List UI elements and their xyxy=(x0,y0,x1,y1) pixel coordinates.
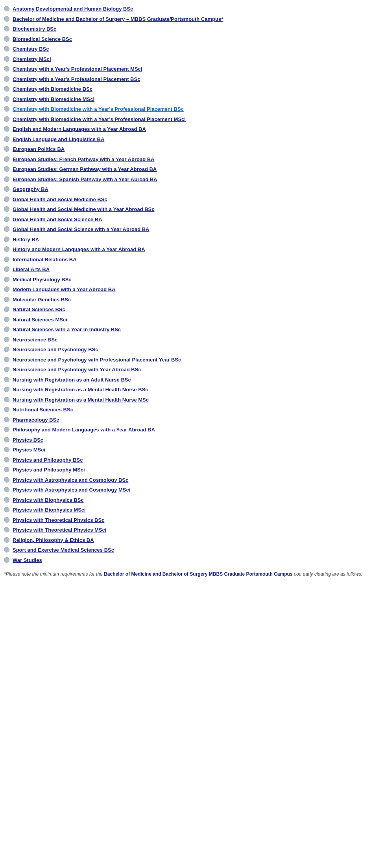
course-link[interactable]: Physics MSci xyxy=(13,446,45,454)
course-link[interactable]: Physics with Theoretical Physics MSci xyxy=(13,526,106,534)
course-link[interactable]: Neuroscience and Psychology with Profess… xyxy=(13,356,181,364)
bullet-icon xyxy=(4,547,9,552)
course-link[interactable]: Global Health and Social Science with a … xyxy=(13,226,150,233)
list-item: Pharmacology BSc xyxy=(4,415,365,425)
list-item: Neuroscience and Psychology BSc xyxy=(4,345,365,355)
course-link[interactable]: Nursing with Registration as a Mental He… xyxy=(13,386,148,394)
bullet-icon xyxy=(4,156,9,162)
course-link[interactable]: Chemistry with Biomedicine BSc xyxy=(13,85,92,93)
list-item: Global Health and Social Medicine with a… xyxy=(4,204,365,215)
course-link[interactable]: Physics and Philosophy BSc xyxy=(13,456,83,464)
bullet-icon xyxy=(4,537,9,543)
course-link[interactable]: War Studies xyxy=(13,556,42,564)
course-link[interactable]: European Studies: French Pathway with a … xyxy=(13,156,154,163)
course-link[interactable]: Nursing with Registration as a Mental He… xyxy=(13,396,149,404)
bullet-icon xyxy=(4,447,9,452)
course-link[interactable]: Natural Sciences MSci xyxy=(13,316,67,324)
bullet-icon xyxy=(4,206,9,212)
course-link[interactable]: Physics with Astrophysics and Cosmology … xyxy=(13,476,128,484)
list-item: Global Health and Social Science BA xyxy=(4,215,365,225)
bullet-icon xyxy=(4,507,9,512)
list-item: English and Modern Languages with a Year… xyxy=(4,124,365,134)
course-link[interactable]: Natural Sciences with a Year in Industry… xyxy=(13,326,121,334)
bullet-icon xyxy=(4,357,9,362)
list-item: Nursing with Registration as a Mental He… xyxy=(4,385,365,395)
course-link[interactable]: Neuroscience BSc xyxy=(13,336,57,344)
list-item: Chemistry BSc xyxy=(4,44,365,54)
course-link[interactable]: Nursing with Registration as an Adult Nu… xyxy=(13,376,131,384)
course-link[interactable]: Molecular Genetics BSc xyxy=(13,296,71,304)
course-link[interactable]: Global Health and Social Science BA xyxy=(13,216,102,224)
course-link[interactable]: History BA xyxy=(13,236,39,244)
course-link[interactable]: Chemistry with Biomedicine with a Year's… xyxy=(13,105,184,113)
course-link[interactable]: Bachelor of Medicine and Bachelor of Sur… xyxy=(13,15,223,23)
course-link[interactable]: History and Modern Languages with a Year… xyxy=(13,246,145,253)
list-item: International Relations BA xyxy=(4,255,365,265)
course-link[interactable]: Modern Languages with a Year Abroad BA xyxy=(13,286,116,294)
list-item: War Studies xyxy=(4,555,365,565)
bullet-icon xyxy=(4,427,9,432)
list-item: European Politics BA xyxy=(4,144,365,154)
course-link[interactable]: Biochemistry BSc xyxy=(13,25,56,33)
list-item: Biomedical Science BSc xyxy=(4,34,365,44)
list-item: Natural Sciences with a Year in Industry… xyxy=(4,325,365,335)
course-link[interactable]: Natural Sciences BSc xyxy=(13,306,65,314)
bullet-icon xyxy=(4,66,9,72)
bullet-icon xyxy=(4,377,9,382)
course-link[interactable]: European Studies: Spanish Pathway with a… xyxy=(13,176,157,184)
course-link[interactable]: Chemistry with a Year's Professional Pla… xyxy=(13,75,140,83)
bullet-icon xyxy=(4,217,9,222)
list-item: Geography BA xyxy=(4,184,365,195)
course-link[interactable]: International Relations BA xyxy=(13,256,77,264)
course-link[interactable]: Physics BSc xyxy=(13,436,43,444)
course-link[interactable]: Global Health and Social Medicine with a… xyxy=(13,206,154,213)
course-link[interactable]: Neuroscience and Psychology BSc xyxy=(13,346,98,354)
list-item: Physics with Astrophysics and Cosmology … xyxy=(4,475,365,485)
bullet-icon xyxy=(4,437,9,442)
course-link[interactable]: Chemistry BSc xyxy=(13,45,49,53)
list-item: Nursing with Registration as a Mental He… xyxy=(4,395,365,405)
course-link[interactable]: Liberal Arts BA xyxy=(13,266,50,273)
course-link[interactable]: Biomedical Science BSc xyxy=(13,35,72,43)
course-link[interactable]: European Politics BA xyxy=(13,145,65,153)
course-link[interactable]: Global Health and Social Medicine BSc xyxy=(13,196,107,204)
bullet-icon xyxy=(4,367,9,372)
course-link[interactable]: Chemistry MSci xyxy=(13,55,51,63)
course-link[interactable]: Geography BA xyxy=(13,185,48,193)
list-item: Neuroscience and Psychology with Year Ab… xyxy=(4,365,365,375)
course-link[interactable]: Chemistry with Biomedicine MSci xyxy=(13,95,94,103)
course-link[interactable]: Physics with Biophysics MSci xyxy=(13,506,86,514)
course-list: Anatomy Developmental and Human Biology … xyxy=(4,4,365,565)
list-item: Physics and Philosophy BSc xyxy=(4,455,365,465)
course-link[interactable]: Physics and Philosophy MSci xyxy=(13,466,85,474)
bullet-icon xyxy=(4,257,9,262)
list-item: Natural Sciences BSc xyxy=(4,305,365,315)
list-item: Global Health and Social Medicine BSc xyxy=(4,195,365,205)
course-link[interactable]: Chemistry with Biomedicine with a Year's… xyxy=(13,116,186,123)
course-link[interactable]: Nutritional Sciences BSc xyxy=(13,406,73,414)
course-link[interactable]: English and Modern Languages with a Year… xyxy=(13,125,146,133)
course-link[interactable]: European Studies: German Pathway with a … xyxy=(13,165,157,173)
course-link[interactable]: Physics with Astrophysics and Cosmology … xyxy=(13,486,130,494)
course-link[interactable]: Physics with Theoretical Physics BSc xyxy=(13,516,104,524)
course-link[interactable]: Pharmacology BSc xyxy=(13,416,59,424)
course-link[interactable]: Anatomy Developmental and Human Biology … xyxy=(13,5,133,13)
list-item: Physics with Biophysics BSc xyxy=(4,495,365,505)
course-link[interactable]: Neuroscience and Psychology with Year Ab… xyxy=(13,366,141,374)
course-link[interactable]: Physics with Biophysics BSc xyxy=(13,496,84,504)
course-link[interactable]: Philosophy and Modern Languages with a Y… xyxy=(13,426,155,434)
course-link[interactable]: Chemistry with a Year's Professional Pla… xyxy=(13,65,142,73)
bullet-icon xyxy=(4,527,9,532)
course-link[interactable]: Sport and Exercise Medical Sciences BSc xyxy=(13,546,114,554)
bullet-icon xyxy=(4,557,9,563)
course-link[interactable]: English Language and Linguistics BA xyxy=(13,136,104,143)
list-item: Chemistry with Biomedicine with a Year's… xyxy=(4,104,365,114)
course-link[interactable]: Religion, Philosophy & Ethics BA xyxy=(13,536,94,544)
bullet-icon xyxy=(4,196,9,202)
bullet-icon xyxy=(4,56,9,62)
course-link[interactable]: Medical Physiology BSc xyxy=(13,276,72,284)
list-item: Physics with Theoretical Physics MSci xyxy=(4,525,365,535)
list-item: Physics and Philosophy MSci xyxy=(4,465,365,475)
bullet-icon xyxy=(4,26,9,31)
list-item: Chemistry with a Year's Professional Pla… xyxy=(4,74,365,84)
